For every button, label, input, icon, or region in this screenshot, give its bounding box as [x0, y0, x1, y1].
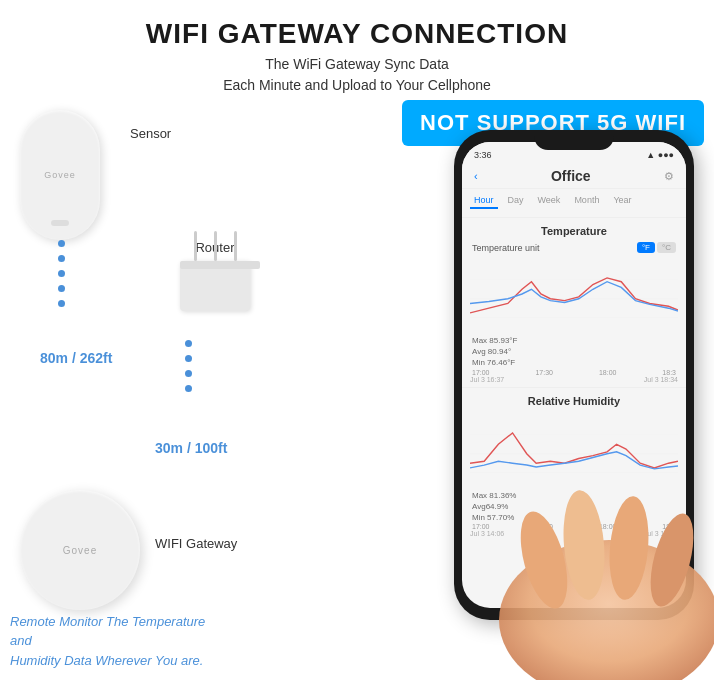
router-container: Router	[180, 240, 250, 311]
date-axis-2: Jul 3 14:06 Jul 3 15:36	[462, 530, 686, 537]
phone-screen: 3:36 ▲ ●●● ‹ Office ⚙ Hour Day Week Mo	[462, 142, 686, 608]
unit-toggle: °F °C	[637, 242, 676, 253]
unit-label: Temperature unit	[472, 243, 540, 253]
router-body	[180, 261, 250, 311]
unit-c-button[interactable]: °C	[657, 242, 676, 253]
phone-time: 3:36	[474, 150, 492, 160]
humidity-stats: Max 81.36% Avg64.9% Min 57.70%	[462, 490, 686, 524]
dot	[58, 300, 65, 307]
unit-f-button[interactable]: °F	[637, 242, 655, 253]
page-header: WIFI GATEWAY CONNECTION The WiFi Gateway…	[0, 0, 714, 100]
gateway-device: Govee	[20, 490, 140, 610]
right-column: NOT SUPPORT 5G WIFI 3:36 ▲ ●●● ‹ Office …	[300, 100, 714, 680]
gateway-label: WIFI Gateway	[155, 536, 237, 551]
humidity-chart	[462, 410, 686, 490]
phone-container: 3:36 ▲ ●●● ‹ Office ⚙ Hour Day Week Mo	[434, 130, 714, 670]
sensor-led	[51, 220, 69, 226]
tab-month[interactable]: Month	[570, 193, 603, 209]
dots-vertical-left	[58, 240, 65, 307]
sensor-device: Govee Sensor	[20, 110, 100, 240]
settings-icon[interactable]: ⚙	[664, 170, 674, 183]
unit-row: Temperature unit °F °C	[462, 240, 686, 255]
dot	[185, 385, 192, 392]
humidity-section-title: Relative Humidity	[462, 392, 686, 410]
dot	[185, 340, 192, 347]
temperature-chart	[462, 255, 686, 335]
dot	[58, 270, 65, 277]
phone-outer: 3:36 ▲ ●●● ‹ Office ⚙ Hour Day Week Mo	[454, 130, 694, 620]
sensor-brand: Govee	[44, 170, 76, 180]
dot	[185, 370, 192, 377]
signal-icons: ▲ ●●●	[646, 150, 674, 160]
main-content: Govee Sensor 80m / 262ft Router	[0, 100, 714, 680]
temp-stats: Max 85.93°F Avg 80.94° Min 76.46°F	[462, 335, 686, 369]
antenna	[194, 231, 197, 261]
dot	[58, 240, 65, 247]
divider	[462, 217, 686, 218]
app-tabs: Hour Day Week Month Year	[462, 189, 686, 213]
router-antennas	[185, 231, 245, 261]
tab-day[interactable]: Day	[504, 193, 528, 209]
tab-hour[interactable]: Hour	[470, 193, 498, 209]
dots-diagonal	[185, 340, 192, 392]
antenna	[214, 231, 217, 261]
time-axis-1: 17:00 17:30 18:00 18:3	[462, 369, 686, 376]
subtitle: The WiFi Gateway Sync Data Each Minute a…	[0, 54, 714, 96]
app-header: ‹ Office ⚙	[462, 164, 686, 189]
remote-monitor-text: Remote Monitor The Temperature and Humid…	[10, 612, 230, 671]
gateway-body: Govee	[20, 490, 140, 610]
main-title: WIFI GATEWAY CONNECTION	[0, 18, 714, 50]
dot	[185, 355, 192, 362]
distance-left: 80m / 262ft	[40, 350, 112, 366]
date-axis-1: Jul 3 16:37 Jul 3 18:34	[462, 376, 686, 383]
gateway-brand: Govee	[63, 545, 97, 556]
distance-right: 30m / 100ft	[155, 440, 227, 456]
humidity-chart-svg	[470, 414, 678, 484]
tab-year[interactable]: Year	[609, 193, 635, 209]
phone-notch	[534, 130, 614, 150]
sensor-label: Sensor	[130, 126, 171, 141]
app-location-title: Office	[478, 168, 664, 184]
sensor-body: Govee	[20, 110, 100, 240]
divider2	[462, 387, 686, 388]
antenna	[234, 231, 237, 261]
dot	[58, 255, 65, 262]
temperature-section-title: Temperature	[462, 222, 686, 240]
time-axis-2: 17:00 17:30 18:00 18:3	[462, 523, 686, 530]
left-column: Govee Sensor 80m / 262ft Router	[0, 100, 300, 680]
dot	[58, 285, 65, 292]
temp-chart-svg	[470, 259, 678, 329]
tab-week[interactable]: Week	[534, 193, 565, 209]
router-base	[180, 261, 260, 269]
